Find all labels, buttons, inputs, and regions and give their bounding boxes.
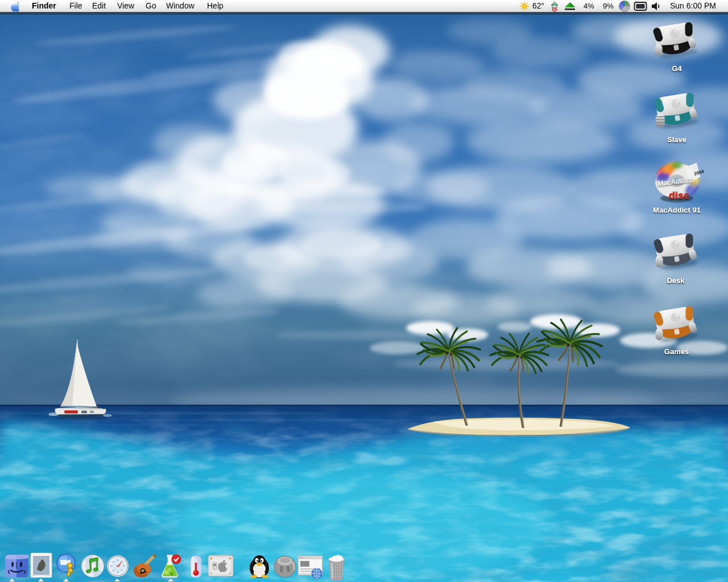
svg-text:Slave: Slave (667, 135, 686, 144)
svg-text:Games: Games (664, 347, 689, 356)
svg-text:MacAddict 91: MacAddict 91 (653, 206, 701, 214)
svg-text:G4: G4 (672, 64, 682, 73)
svg-text:Desk: Desk (667, 276, 685, 285)
svg-text:disc: disc (669, 190, 689, 201)
